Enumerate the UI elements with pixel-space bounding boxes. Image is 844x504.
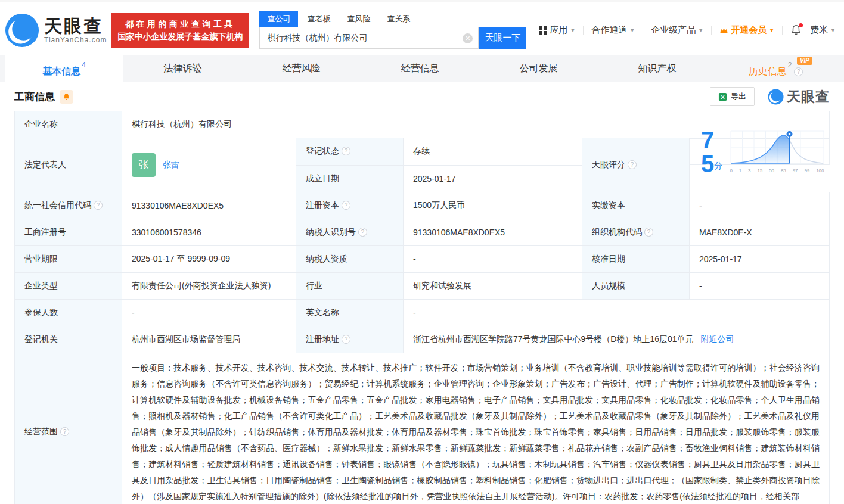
english-name-value: - xyxy=(404,299,830,326)
tab-intellectual-property-label: 知识产权 xyxy=(638,63,677,73)
top-nav: 应用 ▼ 合作通道 ▼ 企业级产品 ▼ 开通会员 ▼ xyxy=(539,24,838,36)
business-term-label: 营业期限 xyxy=(15,245,122,272)
help-icon[interactable]: ? xyxy=(794,67,803,76)
tab-legal[interactable]: 法律诉讼 xyxy=(123,55,242,82)
org-code-label-text: 组织机构代码 xyxy=(592,227,642,237)
notification-bell[interactable] xyxy=(790,24,802,36)
address-cell: 浙江省杭州市西湖区学院路77号黄龙国际中心9号楼（D楼）地上16层01单元 附近… xyxy=(404,326,830,353)
search-area: 查公司 查老板 查风险 查关系 ✕ 天眼一下 xyxy=(259,11,526,49)
nearby-companies-link[interactable]: 附近公司 xyxy=(701,334,734,344)
table-row: 经营范围? 一般项目：技术服务、技术开发、技术咨询、技术交流、技术转让、技术推广… xyxy=(15,353,830,504)
reg-authority-value: 杭州市西湖区市场监督管理局 xyxy=(122,326,296,353)
search-tab-boss[interactable]: 查老板 xyxy=(307,11,330,27)
export-button[interactable]: X 导出 xyxy=(710,87,755,106)
table-row: 登记机关 杭州市西湖区市场监督管理局 注册地址? 浙江省杭州市西湖区学院路77号… xyxy=(15,326,830,353)
table-row: 参保人数 - 英文名称 - xyxy=(15,299,830,326)
score-label-text: 天眼评分 xyxy=(592,160,625,169)
chevron-down-icon: ▼ xyxy=(830,27,836,33)
nav-partner[interactable]: 合作通道 ▼ xyxy=(591,24,635,36)
tab-operating-risk[interactable]: 经营风险 xyxy=(242,55,361,82)
credit-code-label: 统一社会信用代码? xyxy=(15,192,122,219)
nav-enterprise[interactable]: 企业级产品 ▼ xyxy=(651,24,703,36)
help-icon[interactable]: ? xyxy=(342,147,350,155)
score-axis: 01 315 5085 9799 100 xyxy=(730,168,824,173)
taxpayer-id-label: 纳税人识别号? xyxy=(296,219,404,245)
staff-size-label: 人员规模 xyxy=(582,272,690,299)
tab-intellectual-property[interactable]: 知识产权 xyxy=(598,55,716,82)
vip-badge: VIP xyxy=(797,57,812,65)
address-label-text: 注册地址 xyxy=(306,334,339,344)
industry-label: 行业 xyxy=(296,272,404,299)
tianyancha-logo[interactable]: 天眼查 TianYanCha.com xyxy=(5,13,107,48)
tab-business-info[interactable]: 经营信息 xyxy=(361,55,479,82)
legal-rep-cell: 张 张雷 xyxy=(122,138,296,192)
logo-domain: TianYanCha.com xyxy=(44,36,107,44)
app-grid-icon xyxy=(539,26,547,35)
reg-number-value: 330106001578346 xyxy=(122,219,296,245)
tianyancha-swirl-icon xyxy=(768,89,784,105)
help-icon[interactable]: ? xyxy=(342,201,350,210)
score-distribution-chart: 01 315 5085 9799 100 xyxy=(730,130,824,173)
insured-label: 参保人数 xyxy=(15,299,122,326)
search-button[interactable]: 天眼一下 xyxy=(479,27,526,49)
divider xyxy=(643,26,643,35)
help-icon[interactable]: ? xyxy=(644,228,653,237)
divider xyxy=(711,26,712,35)
tab-legal-label: 法律诉讼 xyxy=(164,63,202,73)
tab-history-label: 历史信息 xyxy=(749,66,787,76)
taxpayer-quality-label: 纳税人资质 xyxy=(296,245,404,272)
score-cell[interactable]: 75分 xyxy=(690,138,830,165)
help-icon[interactable]: ? xyxy=(60,427,69,436)
help-icon[interactable]: ? xyxy=(94,201,103,210)
tab-company-development[interactable]: 公司发展 xyxy=(479,55,598,82)
search-tabs: 查公司 查老板 查风险 查关系 xyxy=(259,11,526,27)
tab-company-development-label: 公司发展 xyxy=(520,63,558,73)
chevron-down-icon: ▼ xyxy=(698,27,703,33)
tab-history-count: 2 xyxy=(788,61,792,69)
chevron-down-icon: ▼ xyxy=(570,27,575,33)
slogan-line2: 国家中小企业发展子基金旗下机构 xyxy=(117,30,243,43)
score-value: 75 xyxy=(701,127,714,177)
scope-label-text: 经营范围 xyxy=(24,427,58,436)
help-icon[interactable]: ? xyxy=(628,160,637,169)
search-tab-risk[interactable]: 查风险 xyxy=(347,11,370,27)
tab-operating-risk-label: 经营风险 xyxy=(283,63,321,73)
search-tab-company[interactable]: 查公司 xyxy=(259,11,298,27)
table-row: 统一社会信用代码? 91330106MAE8XD0EX5 注册资本? 1500万… xyxy=(15,192,830,219)
nav-apps-label: 应用 xyxy=(550,24,567,36)
paid-capital-label: 实缴资本 xyxy=(582,192,690,219)
slogan-line1: 都在用的商业查询工具 xyxy=(117,18,243,30)
nav-user[interactable]: 费米 ▼ xyxy=(810,24,836,36)
help-icon[interactable]: ? xyxy=(342,335,350,344)
nav-partner-label: 合作通道 xyxy=(591,24,627,36)
org-code-value: MAE8XD0E-X xyxy=(690,219,830,245)
legal-rep-link[interactable]: 张雷 xyxy=(163,160,179,170)
section-title: 工商信息 xyxy=(14,90,55,104)
watermark-logo: 天眼查 xyxy=(768,88,830,106)
table-row: 企业类型 有限责任公司(外商投资企业法人独资) 行业 研究和试验发展 人员规模 … xyxy=(15,272,830,299)
divider xyxy=(583,26,584,35)
help-icon[interactable]: ? xyxy=(358,228,367,237)
tab-basic-info-label: 基本信息 xyxy=(42,66,80,76)
nav-open-vip[interactable]: 开通会员 ▼ xyxy=(719,24,774,36)
subscribe-bell-button[interactable] xyxy=(60,90,73,104)
crown-icon xyxy=(719,26,728,34)
tab-basic-info-count: 4 xyxy=(82,61,86,69)
reg-authority-label: 登记机关 xyxy=(15,326,122,353)
chevron-down-icon: ▼ xyxy=(769,27,774,33)
tab-history-info[interactable]: VIP 历史信息2? xyxy=(716,55,835,82)
company-type-value: 有限责任公司(外商投资企业法人独资) xyxy=(122,272,296,299)
tab-basic-info[interactable]: 基本信息4 xyxy=(5,55,123,82)
export-label: 导出 xyxy=(731,91,746,102)
search-input[interactable] xyxy=(260,27,478,48)
taxpayer-quality-value: - xyxy=(404,245,582,272)
reg-status-value: 存续 xyxy=(404,138,582,166)
reg-capital-value: 1500万人民币 xyxy=(404,192,582,219)
nav-apps[interactable]: 应用 ▼ xyxy=(539,24,575,36)
chevron-down-icon: ▼ xyxy=(629,27,635,33)
scope-text: 一般项目：技术服务、技术开发、技术咨询、技术交流、技术转让、技术推广；软件开发；… xyxy=(132,360,820,504)
approval-date-label: 核准日期 xyxy=(582,245,690,272)
avatar: 张 xyxy=(132,153,156,177)
notification-dot xyxy=(799,23,803,27)
search-tab-relation[interactable]: 查关系 xyxy=(387,11,410,27)
